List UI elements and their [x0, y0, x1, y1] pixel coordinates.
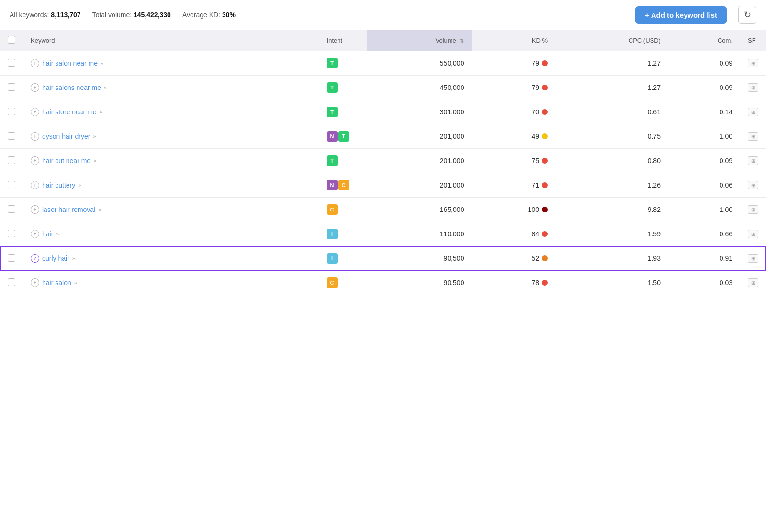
table-row: +hair salon »C90,500781.500.03⊞	[0, 271, 766, 295]
cpc-cell: 1.26	[555, 173, 668, 198]
kd-cell: 79	[472, 51, 555, 76]
keyword-link[interactable]: +hair salon near me »	[31, 59, 312, 67]
cpc-cell: 1.93	[555, 246, 668, 271]
intent-badge-n: N	[327, 180, 338, 190]
kd-difficulty-dot	[542, 158, 548, 164]
kd-value: 100	[528, 206, 539, 213]
table-row: +hair »I110,000841.590.66⊞	[0, 222, 766, 246]
keyword-cell: +hair »	[23, 222, 319, 246]
sf-icon[interactable]: ⊞	[748, 83, 758, 92]
row-checkbox[interactable]	[8, 254, 15, 262]
sf-cell: ⊞	[740, 173, 766, 198]
com-cell: 0.03	[668, 271, 740, 295]
keyword-link[interactable]: +hair salon »	[31, 278, 312, 287]
sf-icon[interactable]: ⊞	[748, 230, 758, 238]
intent-badge-c: C	[327, 204, 338, 215]
kd-cell: 78	[472, 271, 555, 295]
add-icon: +	[31, 205, 39, 214]
keyword-link[interactable]: +hair cut near me »	[31, 156, 312, 165]
volume-cell: 90,500	[367, 271, 472, 295]
kd-value: 79	[531, 59, 539, 67]
chevron-icon: »	[101, 60, 103, 66]
sf-icon[interactable]: ⊞	[748, 205, 758, 214]
row-checkbox[interactable]	[8, 132, 15, 140]
kd-cell: 49	[472, 124, 555, 149]
sf-icon[interactable]: ⊞	[748, 132, 758, 141]
keyword-link[interactable]: +hair »	[31, 230, 312, 238]
row-checkbox[interactable]	[8, 181, 15, 188]
check-icon: ✓	[31, 254, 39, 263]
volume-cell: 201,000	[367, 124, 472, 149]
select-all-checkbox[interactable]	[8, 36, 15, 44]
volume-cell: 550,000	[367, 51, 472, 76]
keyword-cell: +dyson hair dryer »	[23, 124, 319, 149]
intent-badge-t: T	[327, 82, 338, 93]
volume-cell: 450,000	[367, 76, 472, 100]
sf-icon[interactable]: ⊞	[748, 108, 758, 116]
table-row: +hair salons near me »T450,000791.270.09…	[0, 76, 766, 100]
all-keywords-label: All keywords:	[10, 11, 49, 19]
intent-badge-c: C	[327, 277, 338, 288]
sf-icon[interactable]: ⊞	[748, 59, 758, 67]
sf-cell: ⊞	[740, 222, 766, 246]
row-checkbox[interactable]	[8, 230, 15, 237]
keyword-cell: +hair store near me »	[23, 100, 319, 124]
keyword-link[interactable]: ✓curly hair »	[31, 254, 312, 263]
com-cell: 1.00	[668, 124, 740, 149]
kd-cell: 71	[472, 173, 555, 198]
volume-cell: 90,500	[367, 246, 472, 271]
intent-cell: T	[319, 100, 367, 124]
row-checkbox[interactable]	[8, 205, 15, 213]
row-checkbox[interactable]	[8, 108, 15, 115]
keyword-link[interactable]: +laser hair removal »	[31, 205, 312, 214]
intent-badge-t: T	[327, 155, 338, 166]
intent-badge-i: I	[327, 229, 338, 239]
keyword-link[interactable]: +dyson hair dryer »	[31, 132, 312, 141]
keyword-link[interactable]: +hair salons near me »	[31, 83, 312, 92]
cpc-cell: 0.80	[555, 149, 668, 173]
keyword-text: hair store near me	[42, 108, 97, 116]
keyword-text: curly hair	[42, 255, 69, 262]
volume-cell: 165,000	[367, 198, 472, 222]
kd-value: 75	[531, 157, 539, 165]
cpc-cell: 1.27	[555, 51, 668, 76]
volume-cell: 201,000	[367, 173, 472, 198]
cpc-cell: 9.82	[555, 198, 668, 222]
sf-cell: ⊞	[740, 246, 766, 271]
sf-cell: ⊞	[740, 149, 766, 173]
sf-cell: ⊞	[740, 271, 766, 295]
chevron-icon: »	[72, 255, 75, 261]
sf-icon[interactable]: ⊞	[748, 156, 758, 165]
kd-difficulty-dot	[542, 133, 548, 139]
total-volume-stat: Total volume: 145,422,330	[92, 11, 171, 19]
header-volume[interactable]: Volume ⇅	[367, 30, 472, 51]
keyword-cell: +hair salons near me »	[23, 76, 319, 100]
kd-difficulty-dot	[542, 255, 548, 261]
row-checkbox-cell	[0, 246, 23, 271]
sf-icon[interactable]: ⊞	[748, 181, 758, 189]
intent-cell: C	[319, 271, 367, 295]
keyword-link[interactable]: +hair cuttery »	[31, 181, 312, 189]
row-checkbox[interactable]	[8, 83, 15, 91]
keyword-cell: +hair cuttery »	[23, 173, 319, 198]
row-checkbox-cell	[0, 173, 23, 198]
add-to-keyword-list-button[interactable]: + Add to keyword list	[635, 6, 727, 24]
row-checkbox[interactable]	[8, 156, 15, 164]
keyword-link[interactable]: +hair store near me »	[31, 108, 312, 116]
chevron-icon: »	[98, 207, 101, 212]
keywords-table-container: Keyword Intent Volume ⇅ KD % CPC (USD) C…	[0, 30, 766, 295]
row-checkbox[interactable]	[8, 278, 15, 286]
kd-value: 52	[531, 255, 539, 262]
row-checkbox[interactable]	[8, 59, 15, 66]
refresh-button[interactable]: ↻	[738, 6, 756, 24]
table-row: +hair store near me »T301,000700.610.14⊞	[0, 100, 766, 124]
chevron-icon: »	[56, 231, 59, 237]
com-cell: 0.09	[668, 51, 740, 76]
com-cell: 0.06	[668, 173, 740, 198]
kd-difficulty-dot	[542, 231, 548, 237]
table-row: ✓curly hair »I90,500521.930.91⊞	[0, 246, 766, 271]
kd-difficulty-dot	[542, 182, 548, 188]
sf-icon[interactable]: ⊞	[748, 254, 758, 263]
cpc-cell: 1.50	[555, 271, 668, 295]
sf-icon[interactable]: ⊞	[748, 278, 758, 287]
